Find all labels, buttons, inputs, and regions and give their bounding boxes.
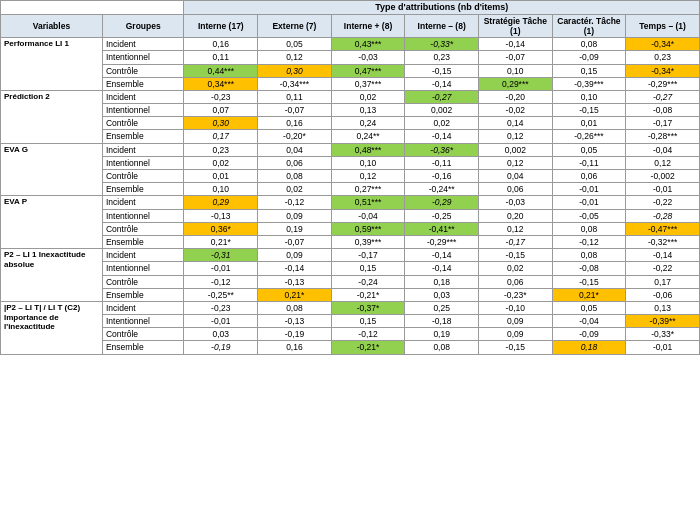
data-cell: 0,08 bbox=[552, 249, 626, 262]
data-cell: 0,18 bbox=[552, 341, 626, 354]
data-cell: -0,33* bbox=[405, 38, 479, 51]
data-cell: -0,13 bbox=[184, 209, 258, 222]
groupe-cell: Intentionnel bbox=[102, 315, 184, 328]
data-cell: -0,01 bbox=[552, 183, 626, 196]
table-row: Ensemble-0,25**0,21*-0,21*0,03-0,23*0,21… bbox=[1, 288, 700, 301]
data-cell: -0,20 bbox=[478, 90, 552, 103]
data-cell: -0,07 bbox=[258, 104, 332, 117]
table-row: Intentionnel0,110,12-0,030,23-0,07-0,090… bbox=[1, 51, 700, 64]
table-row: Ensemble0,100,020,27***-0,24**0,06-0,01-… bbox=[1, 183, 700, 196]
data-cell: -0,07 bbox=[258, 235, 332, 248]
groupe-cell: Contrôle bbox=[102, 222, 184, 235]
data-cell: 0,08 bbox=[552, 222, 626, 235]
data-cell: -0,47*** bbox=[626, 222, 700, 235]
data-cell: 0,08 bbox=[258, 301, 332, 314]
data-cell: 0,12 bbox=[626, 156, 700, 169]
data-cell: -0,14 bbox=[405, 130, 479, 143]
data-cell: 0,23 bbox=[405, 51, 479, 64]
data-cell: 0,05 bbox=[552, 143, 626, 156]
data-cell: -0,34*** bbox=[258, 77, 332, 90]
variable-cell: |P2 – LI T| / LI T (C2) Importance de l'… bbox=[1, 301, 103, 354]
data-cell: -0,22 bbox=[626, 262, 700, 275]
variable-cell: Performance LI 1 bbox=[1, 38, 103, 91]
data-cell: 0,27*** bbox=[331, 183, 405, 196]
table-row: Ensemble0,34***-0,34***0,37***-0,140,29*… bbox=[1, 77, 700, 90]
data-cell: -0,15 bbox=[552, 104, 626, 117]
data-cell: 0,03 bbox=[405, 288, 479, 301]
data-cell: -0,15 bbox=[405, 64, 479, 77]
data-cell: -0,15 bbox=[478, 341, 552, 354]
data-cell: -0,27 bbox=[405, 90, 479, 103]
data-cell: 0,17 bbox=[184, 130, 258, 143]
data-cell: 0,09 bbox=[258, 249, 332, 262]
data-cell: -0,25 bbox=[405, 209, 479, 222]
data-cell: 0,16 bbox=[258, 341, 332, 354]
data-cell: 0,47*** bbox=[331, 64, 405, 77]
data-cell: 0,23 bbox=[184, 143, 258, 156]
data-cell: -0,36* bbox=[405, 143, 479, 156]
data-cell: 0,25 bbox=[405, 301, 479, 314]
data-cell: -0,14 bbox=[405, 249, 479, 262]
interne17-header: Interne (17) bbox=[184, 14, 258, 37]
table-row: Performance LI 1Incident0,160,050,43***-… bbox=[1, 38, 700, 51]
table-row: EVA GIncident0,230,040,48***-0,36*0,0020… bbox=[1, 143, 700, 156]
data-cell: -0,03 bbox=[478, 196, 552, 209]
data-cell: -0,29 bbox=[405, 196, 479, 209]
groupe-cell: Contrôle bbox=[102, 275, 184, 288]
data-cell: 0,12 bbox=[478, 222, 552, 235]
data-cell: 0,06 bbox=[478, 275, 552, 288]
groupe-cell: Incident bbox=[102, 90, 184, 103]
table-row: Contrôle0,44***0,300,47***-0,150,100,15-… bbox=[1, 64, 700, 77]
data-cell: 0,24** bbox=[331, 130, 405, 143]
groupe-cell: Incident bbox=[102, 196, 184, 209]
groupe-cell: Contrôle bbox=[102, 328, 184, 341]
data-cell: 0,20 bbox=[478, 209, 552, 222]
data-cell: 0,07 bbox=[184, 104, 258, 117]
data-cell: -0,33* bbox=[626, 328, 700, 341]
data-cell: 0,002 bbox=[405, 104, 479, 117]
data-cell: -0,14 bbox=[258, 262, 332, 275]
data-cell: 0,13 bbox=[331, 104, 405, 117]
data-cell: 0,08 bbox=[258, 170, 332, 183]
data-cell: 0,02 bbox=[331, 90, 405, 103]
data-cell: -0,04 bbox=[626, 143, 700, 156]
table-row: P2 – LI 1 Inexactitude absolueIncident-0… bbox=[1, 249, 700, 262]
data-cell: 0,10 bbox=[478, 64, 552, 77]
data-cell: -0,25** bbox=[184, 288, 258, 301]
data-cell: -0,29*** bbox=[626, 77, 700, 90]
data-cell: 0,15 bbox=[552, 64, 626, 77]
empty-header bbox=[1, 1, 184, 15]
data-cell: -0,01 bbox=[184, 315, 258, 328]
data-cell: -0,37* bbox=[331, 301, 405, 314]
table-row: Intentionnel-0,01-0,130,15-0,180,09-0,04… bbox=[1, 315, 700, 328]
data-cell: 0,08 bbox=[405, 341, 479, 354]
data-cell: 0,10 bbox=[184, 183, 258, 196]
groupe-cell: Contrôle bbox=[102, 170, 184, 183]
data-cell: 0,04 bbox=[478, 170, 552, 183]
data-cell: 0,02 bbox=[405, 117, 479, 130]
data-cell: 0,30 bbox=[258, 64, 332, 77]
table-row: |P2 – LI T| / LI T (C2) Importance de l'… bbox=[1, 301, 700, 314]
data-cell: -0,12 bbox=[552, 235, 626, 248]
data-cell: 0,06 bbox=[552, 170, 626, 183]
data-cell: 0,04 bbox=[258, 143, 332, 156]
table-row: Contrôle0,010,080,12-0,160,040,06-0,002 bbox=[1, 170, 700, 183]
table-row: EVA PIncident0,29-0,120,51***-0,29-0,03-… bbox=[1, 196, 700, 209]
data-cell: 0,37*** bbox=[331, 77, 405, 90]
data-cell: -0,12 bbox=[331, 328, 405, 341]
data-cell: 0,05 bbox=[258, 38, 332, 51]
data-cell: 0,15 bbox=[331, 262, 405, 275]
table-row: Contrôle-0,12-0,13-0,240,180,06-0,150,17 bbox=[1, 275, 700, 288]
data-cell: -0,09 bbox=[552, 328, 626, 341]
variable-cell: EVA G bbox=[1, 143, 103, 196]
interne8-header: Interne + (8) bbox=[331, 14, 405, 37]
data-cell: -0,34* bbox=[626, 64, 700, 77]
groupe-cell: Contrôle bbox=[102, 117, 184, 130]
data-cell: 0,15 bbox=[331, 315, 405, 328]
data-cell: -0,27 bbox=[626, 90, 700, 103]
data-cell: 0,09 bbox=[478, 328, 552, 341]
data-cell: -0,19 bbox=[184, 341, 258, 354]
data-cell: 0,06 bbox=[478, 183, 552, 196]
data-cell: -0,09 bbox=[552, 51, 626, 64]
data-cell: -0,34* bbox=[626, 38, 700, 51]
